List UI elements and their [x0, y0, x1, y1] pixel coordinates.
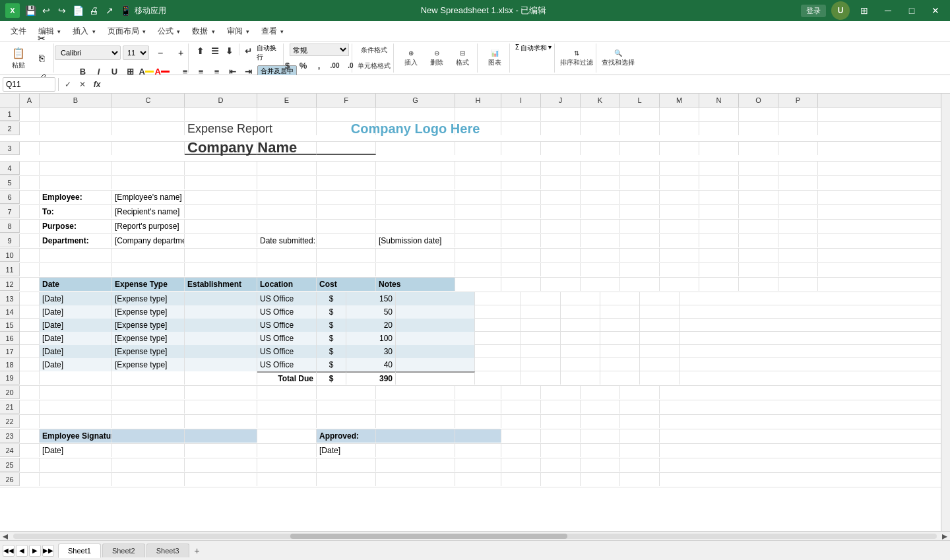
row-header-2[interactable]: 2 — [0, 122, 20, 135]
cell-h18[interactable] — [475, 358, 521, 371]
cell-j4[interactable] — [541, 162, 581, 175]
cell-l17[interactable] — [640, 345, 680, 358]
cell-b22[interactable] — [40, 415, 112, 428]
cell-o7[interactable] — [739, 205, 778, 218]
cell-m11[interactable] — [660, 263, 699, 276]
cell-j16[interactable] — [561, 332, 600, 345]
cell-a13[interactable] — [20, 292, 40, 305]
cell-l12[interactable] — [620, 278, 660, 291]
cell-h15[interactable] — [475, 319, 521, 332]
cell-h6[interactable] — [455, 191, 501, 204]
mobile-icon[interactable]: 📱 — [119, 4, 132, 17]
cell-c21[interactable] — [112, 400, 185, 414]
row-header-8[interactable]: 8 — [0, 220, 20, 233]
cell-i6[interactable] — [501, 191, 541, 204]
cell-e11[interactable] — [257, 263, 317, 276]
cell-p3[interactable] — [778, 142, 818, 155]
row-header-15[interactable]: 15 — [0, 319, 20, 332]
cell-a15[interactable] — [20, 319, 40, 332]
col-header-m[interactable]: M — [660, 94, 699, 107]
cell-b3[interactable] — [40, 142, 112, 155]
col-header-b[interactable]: B — [40, 94, 112, 107]
cell-c17-type[interactable]: [Expense type] — [112, 345, 185, 358]
cell-e26[interactable] — [257, 473, 317, 486]
cell-j1[interactable] — [541, 108, 581, 121]
user-avatar[interactable]: U — [831, 1, 850, 20]
cell-a24[interactable] — [20, 444, 40, 457]
cell-o8[interactable] — [739, 220, 778, 233]
cell-o1[interactable] — [739, 108, 778, 121]
cell-j2[interactable] — [541, 122, 581, 135]
cell-g13-notes[interactable] — [396, 292, 475, 305]
cell-c16-type[interactable]: [Expense type] — [112, 332, 185, 345]
cell-d4[interactable] — [185, 162, 257, 175]
formula-check-icon[interactable]: ✓ — [61, 78, 75, 91]
cell-n6[interactable] — [699, 191, 739, 204]
cell-a22[interactable] — [20, 415, 40, 428]
cell-i24[interactable] — [501, 444, 541, 457]
row-header-26[interactable]: 26 — [0, 473, 20, 486]
cell-k22[interactable] — [581, 415, 620, 428]
cell-b8-purpose-label[interactable]: Purpose: — [40, 220, 112, 233]
font-size-select[interactable]: 11 — [123, 46, 149, 60]
cell-o10[interactable] — [739, 249, 778, 262]
cell-j15[interactable] — [561, 319, 600, 332]
cell-a19[interactable] — [20, 371, 40, 385]
cell-g14-notes[interactable] — [396, 305, 475, 319]
cell-j9[interactable] — [541, 234, 581, 247]
cell-p4[interactable] — [778, 162, 818, 175]
cell-c14-type[interactable]: [Expense type] — [112, 305, 185, 319]
cell-f13-currency[interactable]: $ — [317, 292, 346, 305]
cell-j7[interactable] — [541, 205, 581, 218]
cell-b5[interactable] — [40, 176, 112, 189]
cell-p11[interactable] — [778, 263, 818, 276]
cell-e20[interactable] — [257, 386, 317, 399]
cell-m4[interactable] — [660, 162, 699, 175]
col-header-a[interactable]: A — [20, 94, 40, 107]
cell-h25[interactable] — [455, 458, 501, 472]
cell-i21[interactable] — [501, 400, 541, 414]
cell-d5[interactable] — [185, 176, 257, 189]
autosum-button[interactable]: Σ 自动求和 ▾ — [515, 44, 552, 53]
cell-h2[interactable] — [455, 122, 501, 135]
cell-f4[interactable] — [317, 162, 376, 175]
cell-f6[interactable] — [317, 191, 376, 204]
cell-a10[interactable] — [20, 249, 40, 262]
row-header-10[interactable]: 10 — [0, 249, 20, 262]
font-increase-button[interactable]: + — [172, 44, 190, 62]
cell-l13[interactable] — [640, 292, 680, 305]
cell-i8[interactable] — [501, 220, 541, 233]
cell-c10[interactable] — [112, 249, 185, 262]
row-header-17[interactable]: 17 — [0, 345, 20, 358]
cell-b12-header-date[interactable]: Date — [40, 278, 112, 291]
cell-m8[interactable] — [660, 220, 699, 233]
col-header-g[interactable]: G — [376, 94, 455, 107]
cell-j20[interactable] — [541, 386, 581, 399]
cell-a21[interactable] — [20, 400, 40, 414]
cell-d26[interactable] — [185, 473, 257, 486]
cell-a23[interactable] — [20, 429, 40, 443]
cell-g11[interactable] — [376, 263, 455, 276]
cell-c1[interactable] — [112, 108, 185, 121]
cell-p1[interactable] — [778, 108, 818, 121]
cell-i10[interactable] — [501, 249, 541, 262]
cell-i7[interactable] — [501, 205, 541, 218]
cell-l14[interactable] — [640, 305, 680, 319]
save-icon[interactable]: 💾 — [24, 4, 37, 17]
cell-g22[interactable] — [376, 415, 455, 428]
cell-k23[interactable] — [581, 429, 620, 443]
scroll-right-icon[interactable]: ▸ — [939, 530, 950, 540]
undo-icon[interactable]: ↩ — [40, 4, 53, 17]
cell-a20[interactable] — [20, 386, 40, 399]
cell-f21[interactable] — [317, 400, 376, 414]
menu-insert[interactable]: 插入 ▾ — [67, 24, 100, 39]
cell-c15-type[interactable]: [Expense type] — [112, 319, 185, 332]
cell-o5[interactable] — [739, 176, 778, 189]
cell-g19[interactable] — [396, 371, 475, 385]
cell-l23[interactable] — [620, 429, 660, 443]
conditional-format-button[interactable]: 条件格式 — [361, 44, 387, 57]
cell-d21[interactable] — [185, 400, 257, 414]
cell-c24[interactable] — [112, 444, 185, 457]
cell-f12-header-cost[interactable]: Cost — [317, 278, 376, 291]
cell-n7[interactable] — [699, 205, 739, 218]
